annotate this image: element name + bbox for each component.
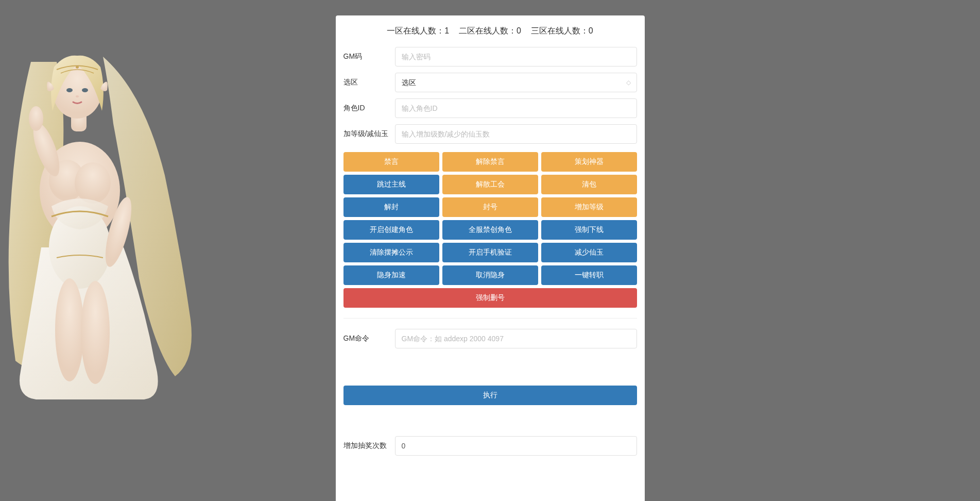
character-illustration [0,31,206,402]
enable-phone-verify-button[interactable]: 开启手机验证 [442,243,538,262]
level-jade-input[interactable] [395,124,637,144]
svg-point-2 [49,160,85,201]
force-delete-account-button[interactable]: 强制删号 [343,288,637,308]
mute-button[interactable]: 禁言 [343,152,439,172]
divider [343,318,637,319]
zone3-count: 0 [589,26,593,35]
online-status-bar: 一区在线人数：1 二区在线人数：0 三区在线人数：0 [343,26,637,37]
zone1-count: 1 [444,26,449,35]
clear-bag-button[interactable]: 清包 [541,175,637,194]
svg-point-5 [29,106,43,131]
one-key-transfer-button[interactable]: 一键转职 [541,265,637,285]
enable-create-role-button[interactable]: 开启创建角色 [343,220,439,240]
unban-button[interactable]: 解封 [343,197,439,217]
clear-stall-notice-button[interactable]: 清除摆摊公示 [343,243,439,262]
execute-button[interactable]: 执行 [343,386,637,405]
gm-code-row: GM码 [343,47,637,66]
skip-main-button[interactable]: 跳过主线 [343,175,439,194]
level-jade-label: 加等级/减仙玉 [343,129,395,139]
role-id-row: 角色ID [343,98,637,118]
svg-rect-9 [71,111,87,131]
zone3-label: 三区在线人数： [531,26,589,35]
disable-create-role-button[interactable]: 全服禁创角色 [442,220,538,240]
lottery-label: 增加抽奖次数 [343,441,395,450]
role-id-label: 角色ID [343,104,395,113]
svg-point-11 [66,88,73,92]
unmute-button[interactable]: 解除禁言 [442,152,538,172]
lottery-row: 增加抽奖次数 [343,436,637,456]
planner-tool-button[interactable]: 策划神器 [541,152,637,172]
zone2-count: 0 [517,26,521,35]
svg-point-1 [49,206,111,289]
svg-point-10 [53,62,102,119]
reduce-jade-button[interactable]: 减少仙玉 [541,243,637,262]
svg-point-12 [82,88,88,92]
ban-button[interactable]: 封号 [442,197,538,217]
gm-code-input[interactable] [395,47,637,66]
lottery-input[interactable] [395,436,637,456]
svg-point-13 [76,95,79,97]
role-id-input[interactable] [395,98,637,118]
zone-label: 选区 [343,78,395,87]
svg-point-0 [40,142,120,240]
level-jade-row: 加等级/减仙玉 [343,124,637,144]
svg-point-14 [76,65,79,69]
svg-point-6 [100,195,136,270]
svg-point-4 [28,120,64,179]
gm-code-label: GM码 [343,52,395,61]
zone-select[interactable]: 选区 [395,73,637,92]
zone1-label: 一区在线人数： [387,26,444,35]
gm-command-input[interactable] [395,329,637,348]
gm-panel: 一区在线人数：1 二区在线人数：0 三区在线人数：0 GM码 选区 选区 ◇ 角… [336,15,645,501]
svg-point-8 [81,281,110,384]
svg-point-7 [55,278,84,381]
svg-point-3 [75,162,111,204]
zone2-label: 二区在线人数： [459,26,517,35]
add-level-button[interactable]: 增加等级 [541,197,637,217]
zone-row: 选区 选区 ◇ [343,73,637,92]
force-offline-button[interactable]: 强制下线 [541,220,637,240]
gm-command-row: GM命令 [343,329,637,348]
stealth-speed-button[interactable]: 隐身加速 [343,265,439,285]
cancel-stealth-button[interactable]: 取消隐身 [442,265,538,285]
gm-command-label: GM命令 [343,334,395,343]
action-button-grid: 禁言 解除禁言 策划神器 跳过主线 解散工会 清包 解封 封号 增加等级 开启创… [343,152,637,308]
disband-guild-button[interactable]: 解散工会 [442,175,538,194]
